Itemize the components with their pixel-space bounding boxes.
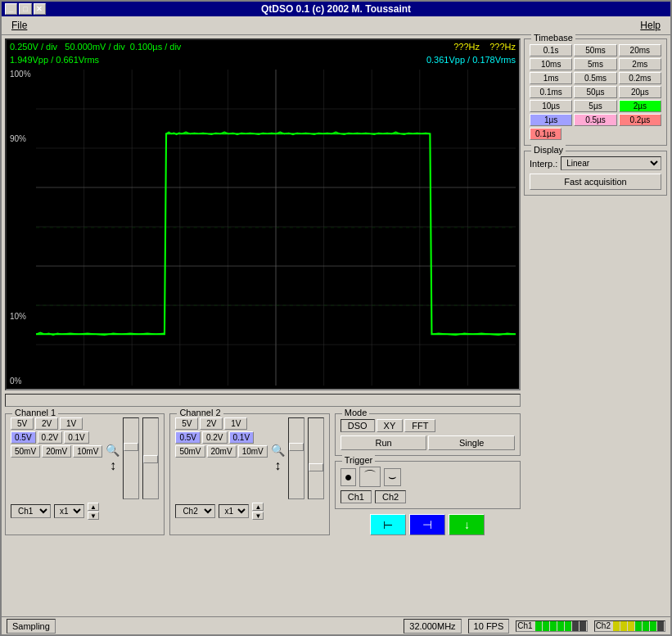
ch2-02v[interactable]: 0.2V [202,431,228,444]
ch1-2v[interactable]: 2V [35,417,58,430]
ch2-updown-icon[interactable]: ↕ [274,458,281,473]
action-btn-2[interactable]: ⊣ [409,514,445,535]
trigger-label: Trigger [342,455,375,465]
ch1-05v[interactable]: 0.5V [11,431,36,444]
ch2-pos-handle[interactable] [309,463,323,471]
ch2-01v[interactable]: 0.1V [229,431,255,444]
minimize-btn[interactable]: _ [5,3,17,15]
fast-acq-btn[interactable]: Fast acquisition [530,174,661,190]
tb-1us[interactable]: 1µs [530,114,572,126]
trig-ch2-btn[interactable]: Ch2 [375,490,406,503]
ch2-20mv[interactable]: 20mV [207,445,237,458]
ch1-gain-slider[interactable] [123,417,139,499]
trigger-row: ● ⌒ ⌣ [341,467,515,487]
channel1-volt-btns: 5V 2V 1V 0.5V 0.2V 0.1V 50mV [11,417,102,459]
ch2-channel-select[interactable]: Ch2 [175,504,215,518]
ch2-2v[interactable]: 2V [200,417,223,430]
ch1-02v[interactable]: 0.2V [38,431,63,444]
ch2-spin-up[interactable]: ▲ [252,503,264,511]
xy-btn[interactable]: XY [377,419,404,432]
tb-02ms[interactable]: 0.2ms [619,72,661,84]
maximize-btn[interactable]: □ [19,3,31,15]
tb-20us[interactable]: 20µs [619,86,661,98]
ch1-coupling-select[interactable]: x1 [54,504,84,518]
tb-50us[interactable]: 50µs [574,86,616,98]
ch1-1v[interactable]: 1V [60,417,83,430]
trigger-rise-icon[interactable]: ⌒ [359,467,381,487]
main-window: _ □ ✕ QtDSO 0.1 (c) 2002 M. Toussaint Fi… [0,0,672,636]
scope-freq: ???Hz ???Hz [453,42,516,52]
action-btn-1[interactable]: ⊢ [370,514,406,535]
channel2-label: Channel 2 [177,408,223,417]
ch1-01v[interactable]: 0.1V [64,431,89,444]
single-btn[interactable]: Single [428,435,515,450]
status-bar: Sampling 32.000MHz 10 FPS Ch1 Ch2 [2,616,670,634]
ch1-zoom-icon[interactable]: 🔍 [106,444,120,457]
scope-labels: 100% 90% 10% 0% [10,70,34,386]
dso-btn[interactable]: DSO [341,419,375,432]
ch1-spin-down[interactable]: ▼ [88,512,99,520]
action-3-icon: ↓ [464,518,470,531]
tb-50ms[interactable]: 50ms [574,44,616,56]
tb-01us[interactable]: 0.1µs [530,128,562,140]
ch1-spin-up[interactable]: ▲ [88,503,99,511]
tb-5ms[interactable]: 5ms [574,58,616,70]
horizontal-scrollbar[interactable] [5,394,521,407]
channel2-bottom: Ch2 x1 ▲ ▼ [175,503,323,520]
ch1-50mv[interactable]: 50mV [11,445,40,458]
ch1-pos-handle[interactable] [143,455,158,463]
ch2-50mv[interactable]: 50mV [175,445,205,458]
ch2-pos-slider[interactable] [308,417,324,499]
help-menu[interactable]: Help [634,18,667,33]
ch1-spin: ▲ ▼ [88,503,99,520]
file-menu[interactable]: File [5,18,34,33]
ch2-coupling-select[interactable]: x1 [219,504,249,518]
tb-2us[interactable]: 2µs [619,100,661,112]
tb-10us[interactable]: 10µs [530,100,572,112]
ch2-05v[interactable]: 0.5V [175,431,201,444]
timebase-grid: 0.1s 50ms 20ms 10ms 5ms 2ms 1ms 0.5ms 0.… [530,44,661,126]
ch2-zoom-icon[interactable]: 🔍 [271,444,285,457]
tb-2ms[interactable]: 2ms [619,58,661,70]
run-btn[interactable]: Run [341,435,427,450]
ch2-10mv[interactable]: 10mV [238,445,268,458]
scope-header: 0.250V / div 50.000mV / div 0.100µs / di… [10,42,516,52]
ch2-gain-slider[interactable] [288,417,304,499]
status-fps: 10 FPS [468,619,510,634]
status-text: Sampling [7,619,56,634]
tb-05ms[interactable]: 0.5ms [574,72,616,84]
mode-buttons: DSO XY FFT [341,419,515,432]
ch1-gain-handle[interactable] [124,443,138,451]
tb-5us[interactable]: 5µs [574,100,616,112]
ch1-20mv[interactable]: 20mV [42,445,71,458]
tb-05us[interactable]: 0.5µs [574,114,616,126]
trigger-group: Trigger ● ⌒ ⌣ Ch1 Ch2 [335,461,521,509]
tb-20ms[interactable]: 20ms [619,44,661,56]
trigger-fall-icon[interactable]: ⌣ [384,468,401,486]
fft-btn[interactable]: FFT [404,419,435,432]
interp-select[interactable]: Linear [561,156,661,170]
tb-01ms[interactable]: 0.1ms [530,86,572,98]
ch1-updown-icon[interactable]: ↕ [110,458,116,473]
scope-ch1-meas: 1.949Vpp / 0.661Vrms [10,55,99,65]
close-btn[interactable]: ✕ [34,3,46,15]
ch2-spin-down[interactable]: ▼ [252,512,264,520]
ch2-1v[interactable]: 1V [224,417,247,430]
scope-volts-div: 0.250V / div 50.000mV / div 0.100µs / di… [10,42,181,52]
ch2-gain-handle[interactable] [289,443,304,451]
ch1-channel-select[interactable]: Ch1 [11,504,51,518]
ch1-10mv[interactable]: 10mV [73,445,102,458]
status-freq: 32.000MHz [404,619,461,634]
tb-10ms[interactable]: 10ms [530,58,572,70]
action-buttons: ⊢ ⊣ ↓ [335,514,521,535]
tb-02us[interactable]: 0.2µs [619,114,661,126]
tb-01s[interactable]: 0.1s [530,44,572,56]
ch2-5v[interactable]: 5V [175,417,198,430]
action-btn-3[interactable]: ↓ [449,514,485,535]
ch1-5v[interactable]: 5V [11,417,34,430]
ch1-pos-slider[interactable] [142,417,159,499]
trig-ch1-btn[interactable]: Ch1 [341,490,372,503]
trigger-rising-icon[interactable]: ● [341,468,357,486]
tb-1ms[interactable]: 1ms [530,72,572,84]
channel1-inner: 5V 2V 1V 0.5V 0.2V 0.1V 50mV [11,417,159,499]
